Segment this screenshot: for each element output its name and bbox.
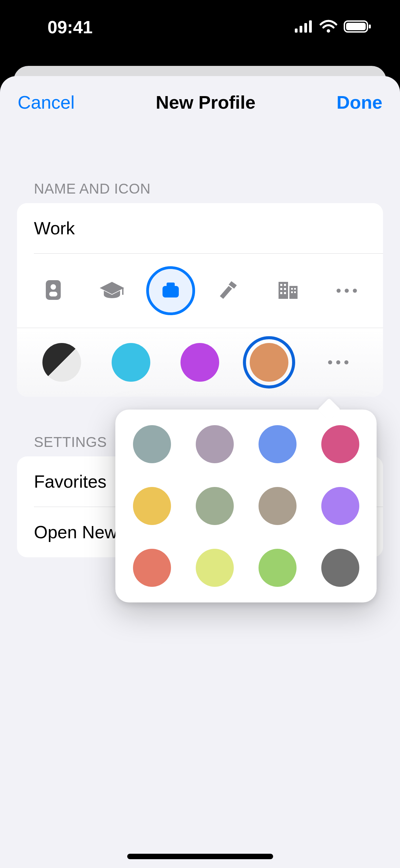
icon-option-badge[interactable]: [28, 265, 79, 316]
svg-rect-16: [284, 284, 286, 286]
cancel-button[interactable]: Cancel: [18, 92, 75, 113]
popover-color-chartreuse[interactable]: [196, 549, 234, 587]
svg-rect-12: [163, 286, 179, 297]
svg-rect-23: [291, 291, 293, 293]
popover-color-lavender[interactable]: [321, 487, 359, 525]
popover-color-gray[interactable]: [321, 549, 359, 587]
section-label-name-icon: NAME AND ICON: [34, 181, 400, 197]
icon-option-more[interactable]: [321, 265, 372, 316]
color-option-black-white[interactable]: [42, 343, 81, 382]
svg-rect-8: [46, 280, 61, 300]
svg-rect-11: [122, 288, 123, 295]
nav-header: Cancel New Profile Done: [0, 76, 400, 126]
svg-rect-19: [280, 292, 282, 294]
svg-rect-20: [284, 292, 286, 294]
status-bar: 09:41: [0, 0, 400, 61]
popover-color-slate[interactable]: [133, 425, 171, 463]
page-title: New Profile: [156, 92, 255, 113]
ellipsis-icon: [327, 271, 366, 310]
hammer-icon: [218, 279, 240, 302]
color-option-magenta[interactable]: [180, 343, 219, 382]
name-icon-card: [17, 203, 383, 397]
popover-color-coral[interactable]: [133, 549, 171, 587]
svg-point-9: [51, 284, 56, 290]
svg-rect-22: [294, 288, 296, 290]
popover-color-blue[interactable]: [259, 425, 297, 463]
popover-color-yellow[interactable]: [133, 487, 171, 525]
svg-rect-21: [291, 288, 293, 290]
icon-option-briefcase[interactable]: [145, 265, 196, 316]
color-picker-row: [17, 328, 383, 397]
icon-option-building[interactable]: [263, 265, 313, 316]
svg-rect-7: [369, 24, 371, 29]
popover-color-sage[interactable]: [196, 487, 234, 525]
popover-color-pink[interactable]: [321, 425, 359, 463]
svg-rect-2: [304, 23, 307, 33]
svg-rect-0: [295, 29, 298, 33]
svg-rect-3: [309, 20, 312, 33]
icon-option-graduation[interactable]: [87, 265, 137, 316]
svg-rect-13: [279, 282, 288, 299]
badge-icon: [44, 279, 62, 303]
popover-color-green[interactable]: [259, 549, 297, 587]
color-option-cyan[interactable]: [112, 343, 150, 382]
svg-rect-24: [294, 291, 296, 293]
icon-picker-row: [17, 254, 383, 328]
svg-rect-10: [49, 292, 57, 296]
icon-option-hammer[interactable]: [204, 265, 255, 316]
popover-color-taupe[interactable]: [259, 487, 297, 525]
wifi-icon: [319, 20, 338, 35]
cellular-icon: [295, 20, 313, 34]
profile-name-input[interactable]: [17, 203, 383, 253]
svg-rect-14: [289, 286, 298, 299]
done-button[interactable]: Done: [337, 92, 382, 113]
building-icon: [277, 280, 299, 302]
popover-color-mauve[interactable]: [196, 425, 234, 463]
svg-point-4: [327, 29, 330, 33]
color-option-more[interactable]: [319, 343, 358, 382]
svg-rect-15: [280, 284, 282, 286]
graduation-cap-icon: [98, 281, 126, 301]
battery-icon: [344, 20, 372, 35]
color-popover: [115, 410, 377, 602]
color-option-orange[interactable]: [250, 343, 288, 382]
briefcase-icon: [161, 281, 180, 300]
status-time: 09:41: [47, 17, 93, 37]
svg-rect-1: [300, 26, 302, 33]
svg-rect-18: [284, 288, 286, 290]
svg-rect-6: [346, 23, 366, 30]
home-indicator: [127, 854, 273, 859]
status-icons: [295, 20, 372, 35]
svg-rect-17: [280, 288, 282, 290]
